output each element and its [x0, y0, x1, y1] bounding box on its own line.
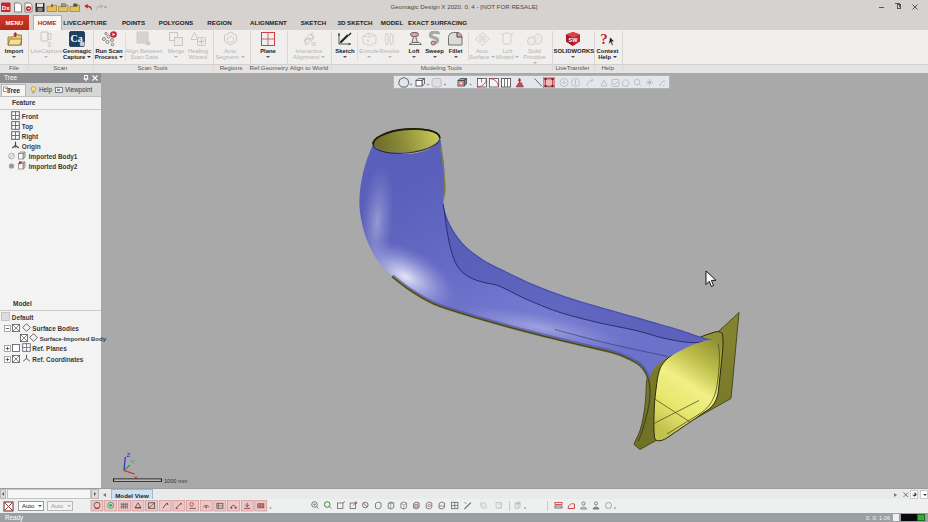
svg-text:SW: SW [568, 37, 578, 43]
svg-text:Z: Z [127, 451, 131, 457]
svg-text:?: ? [600, 31, 608, 47]
svg-text:Y: Y [131, 458, 135, 464]
svg-text:1000 mm: 1000 mm [164, 477, 188, 483]
